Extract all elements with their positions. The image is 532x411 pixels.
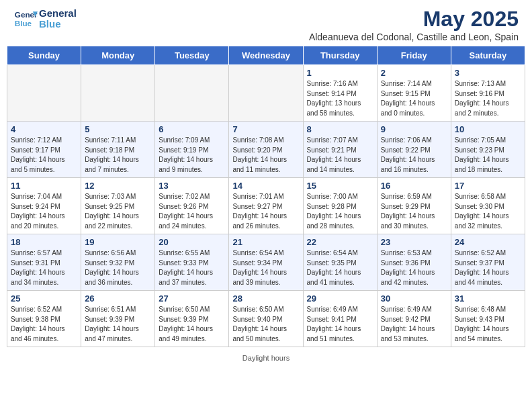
- day-number: 10: [455, 124, 521, 134]
- day-number: 22: [307, 237, 373, 247]
- day-info: Sunrise: 7:08 AM Sunset: 9:20 PM Dayligh…: [232, 136, 299, 175]
- calendar-cell: 9Sunrise: 7:06 AM Sunset: 9:22 PM Daylig…: [377, 122, 451, 178]
- day-number: 20: [159, 237, 225, 247]
- day-number: 16: [381, 181, 447, 191]
- day-info: Sunrise: 7:12 AM Sunset: 9:17 PM Dayligh…: [11, 136, 77, 175]
- day-info: Sunrise: 7:01 AM Sunset: 9:27 PM Dayligh…: [232, 192, 299, 231]
- day-of-week-header: Friday: [377, 46, 451, 65]
- calendar-cell: 23Sunrise: 6:53 AM Sunset: 9:36 PM Dayli…: [377, 234, 451, 291]
- calendar-cell: 26Sunrise: 6:51 AM Sunset: 9:39 PM Dayli…: [81, 291, 155, 347]
- logo-line1: General: [39, 8, 77, 19]
- day-number: 9: [381, 124, 447, 134]
- day-info: Sunrise: 7:13 AM Sunset: 9:16 PM Dayligh…: [455, 79, 521, 118]
- calendar-cell: 27Sunrise: 6:50 AM Sunset: 9:39 PM Dayli…: [155, 291, 229, 347]
- day-info: Sunrise: 6:54 AM Sunset: 9:35 PM Dayligh…: [307, 248, 373, 287]
- title-area: May 2025 Aldeanueva del Codonal, Castill…: [309, 7, 519, 42]
- day-of-week-header: Wednesday: [229, 46, 303, 65]
- day-number: 27: [159, 293, 225, 304]
- day-number: 8: [307, 124, 373, 134]
- day-number: 11: [11, 181, 77, 191]
- day-of-week-header: Saturday: [451, 46, 525, 65]
- day-info: Sunrise: 6:53 AM Sunset: 9:36 PM Dayligh…: [381, 248, 447, 287]
- day-info: Sunrise: 7:06 AM Sunset: 9:22 PM Dayligh…: [381, 136, 447, 175]
- day-number: 1: [307, 68, 373, 78]
- day-of-week-header: Monday: [81, 46, 155, 65]
- day-info: Sunrise: 6:50 AM Sunset: 9:39 PM Dayligh…: [159, 305, 225, 344]
- day-number: 3: [455, 68, 521, 78]
- day-number: 15: [307, 181, 373, 191]
- calendar-cell: 5Sunrise: 7:11 AM Sunset: 9:18 PM Daylig…: [81, 122, 155, 178]
- location-subtitle: Aldeanueva del Codonal, Castille and Leo…: [309, 32, 519, 42]
- calendar-week-row: 1Sunrise: 7:16 AM Sunset: 9:14 PM Daylig…: [7, 65, 525, 122]
- day-info: Sunrise: 6:50 AM Sunset: 9:40 PM Dayligh…: [232, 305, 299, 344]
- day-number: 31: [455, 293, 521, 304]
- day-number: 23: [381, 237, 447, 247]
- day-info: Sunrise: 6:54 AM Sunset: 9:34 PM Dayligh…: [232, 248, 299, 287]
- day-of-week-header: Sunday: [7, 46, 81, 65]
- day-of-week-header: Thursday: [303, 46, 377, 65]
- calendar-cell: 21Sunrise: 6:54 AM Sunset: 9:34 PM Dayli…: [229, 234, 303, 291]
- logo-icon: General Blue: [13, 7, 38, 31]
- daylight-label: Daylight hours: [242, 354, 290, 362]
- calendar-cell: 31Sunrise: 6:48 AM Sunset: 9:43 PM Dayli…: [451, 291, 525, 347]
- page-header: General Blue General Blue May 2025 Aldea…: [0, 0, 532, 46]
- calendar-cell: 11Sunrise: 7:04 AM Sunset: 9:24 PM Dayli…: [7, 178, 81, 234]
- calendar-cell: 22Sunrise: 6:54 AM Sunset: 9:35 PM Dayli…: [303, 234, 377, 291]
- calendar-cell: [229, 65, 303, 122]
- day-info: Sunrise: 7:04 AM Sunset: 9:24 PM Dayligh…: [11, 192, 77, 231]
- day-info: Sunrise: 6:52 AM Sunset: 9:37 PM Dayligh…: [455, 248, 521, 287]
- day-number: 26: [85, 293, 151, 304]
- day-info: Sunrise: 6:58 AM Sunset: 9:30 PM Dayligh…: [455, 192, 521, 231]
- svg-text:General: General: [15, 10, 38, 19]
- footer: Daylight hours: [0, 354, 532, 367]
- month-title: May 2025: [309, 7, 519, 32]
- day-info: Sunrise: 6:56 AM Sunset: 9:32 PM Dayligh…: [85, 248, 151, 287]
- calendar-cell: 28Sunrise: 6:50 AM Sunset: 9:40 PM Dayli…: [229, 291, 303, 347]
- calendar-cell: [81, 65, 155, 122]
- calendar-cell: 13Sunrise: 7:02 AM Sunset: 9:26 PM Dayli…: [155, 178, 229, 234]
- calendar-week-row: 11Sunrise: 7:04 AM Sunset: 9:24 PM Dayli…: [7, 178, 525, 234]
- day-info: Sunrise: 7:05 AM Sunset: 9:23 PM Dayligh…: [455, 136, 521, 175]
- calendar-table: SundayMondayTuesdayWednesdayThursdayFrid…: [7, 46, 525, 347]
- day-number: 2: [381, 68, 447, 78]
- day-info: Sunrise: 6:55 AM Sunset: 9:33 PM Dayligh…: [159, 248, 225, 287]
- logo: General Blue General Blue: [13, 7, 77, 31]
- day-info: Sunrise: 6:48 AM Sunset: 9:43 PM Dayligh…: [455, 305, 521, 344]
- day-number: 6: [159, 124, 225, 134]
- calendar-week-row: 25Sunrise: 6:52 AM Sunset: 9:38 PM Dayli…: [7, 291, 525, 347]
- svg-text:Blue: Blue: [15, 19, 32, 28]
- day-number: 17: [455, 181, 521, 191]
- day-of-week-header: Tuesday: [155, 46, 229, 65]
- calendar-cell: 1Sunrise: 7:16 AM Sunset: 9:14 PM Daylig…: [303, 65, 377, 122]
- day-info: Sunrise: 7:02 AM Sunset: 9:26 PM Dayligh…: [159, 192, 225, 231]
- calendar-cell: 20Sunrise: 6:55 AM Sunset: 9:33 PM Dayli…: [155, 234, 229, 291]
- calendar-cell: 16Sunrise: 6:59 AM Sunset: 9:29 PM Dayli…: [377, 178, 451, 234]
- calendar-cell: 14Sunrise: 7:01 AM Sunset: 9:27 PM Dayli…: [229, 178, 303, 234]
- day-number: 30: [381, 293, 447, 304]
- day-info: Sunrise: 6:52 AM Sunset: 9:38 PM Dayligh…: [11, 305, 77, 344]
- day-number: 28: [232, 293, 299, 304]
- days-of-week-row: SundayMondayTuesdayWednesdayThursdayFrid…: [7, 46, 525, 65]
- calendar-week-row: 4Sunrise: 7:12 AM Sunset: 9:17 PM Daylig…: [7, 122, 525, 178]
- calendar-week-row: 18Sunrise: 6:57 AM Sunset: 9:31 PM Dayli…: [7, 234, 525, 291]
- day-number: 4: [11, 124, 77, 134]
- calendar-cell: 17Sunrise: 6:58 AM Sunset: 9:30 PM Dayli…: [451, 178, 525, 234]
- day-number: 19: [85, 237, 151, 247]
- day-number: 24: [455, 237, 521, 247]
- calendar-cell: 2Sunrise: 7:14 AM Sunset: 9:15 PM Daylig…: [377, 65, 451, 122]
- calendar-cell: 12Sunrise: 7:03 AM Sunset: 9:25 PM Dayli…: [81, 178, 155, 234]
- day-info: Sunrise: 7:07 AM Sunset: 9:21 PM Dayligh…: [307, 136, 373, 175]
- day-info: Sunrise: 6:49 AM Sunset: 9:41 PM Dayligh…: [307, 305, 373, 344]
- calendar-header: SundayMondayTuesdayWednesdayThursdayFrid…: [7, 46, 525, 65]
- day-number: 7: [232, 124, 299, 134]
- calendar-cell: 29Sunrise: 6:49 AM Sunset: 9:41 PM Dayli…: [303, 291, 377, 347]
- calendar-cell: 6Sunrise: 7:09 AM Sunset: 9:19 PM Daylig…: [155, 122, 229, 178]
- day-number: 25: [11, 293, 77, 304]
- day-info: Sunrise: 7:03 AM Sunset: 9:25 PM Dayligh…: [85, 192, 151, 231]
- calendar-body: 1Sunrise: 7:16 AM Sunset: 9:14 PM Daylig…: [7, 65, 525, 347]
- day-info: Sunrise: 7:11 AM Sunset: 9:18 PM Dayligh…: [85, 136, 151, 175]
- day-info: Sunrise: 6:51 AM Sunset: 9:39 PM Dayligh…: [85, 305, 151, 344]
- calendar-cell: 24Sunrise: 6:52 AM Sunset: 9:37 PM Dayli…: [451, 234, 525, 291]
- day-number: 5: [85, 124, 151, 134]
- calendar-cell: 10Sunrise: 7:05 AM Sunset: 9:23 PM Dayli…: [451, 122, 525, 178]
